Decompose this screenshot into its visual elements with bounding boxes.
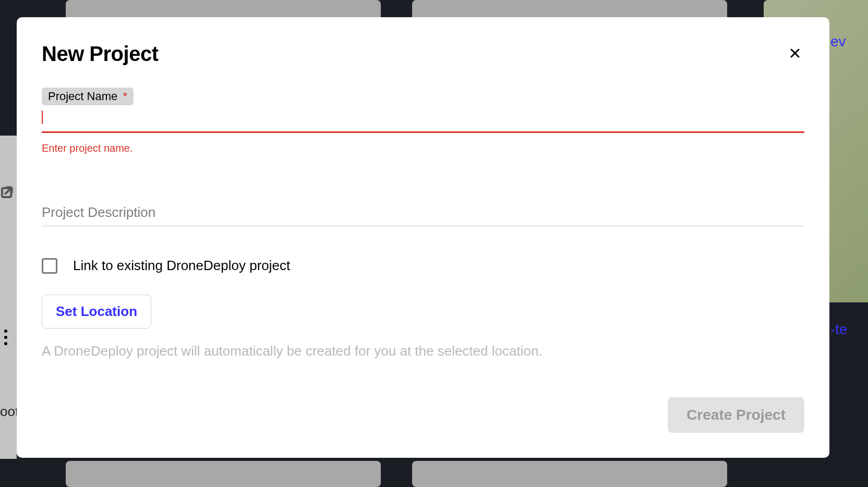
bg-link-text: -te [830,321,848,338]
project-name-input[interactable] [42,109,804,133]
close-icon [788,46,802,62]
link-existing-row: Link to existing DroneDeploy project [42,258,804,274]
project-name-group: Project Name * Enter project name. [42,88,804,154]
bg-text: oot [0,404,19,420]
project-name-error: Enter project name. [42,142,804,154]
location-helper-text: A DroneDeploy project will automatically… [42,343,804,359]
required-asterisk: * [123,90,127,103]
link-existing-checkbox[interactable] [42,258,57,274]
modal-title: New Project [42,42,158,66]
new-project-modal: New Project Project Name * Enter project… [17,17,829,458]
input-cursor [42,111,43,124]
more-vertical-icon[interactable] [4,330,7,345]
set-location-button[interactable]: Set Location [42,295,151,328]
bg-card [412,461,727,487]
create-project-button[interactable]: Create Project [668,397,804,433]
bg-card [66,461,381,487]
bg-link-text: ev [830,33,846,50]
modal-header: New Project [42,42,804,66]
modal-footer: Create Project [42,397,804,433]
external-link-icon [0,182,17,203]
project-name-label: Project Name * [42,88,134,105]
link-existing-label: Link to existing DroneDeploy project [73,258,290,274]
close-button[interactable] [786,44,804,64]
project-description-input[interactable]: Project Description [42,204,804,226]
